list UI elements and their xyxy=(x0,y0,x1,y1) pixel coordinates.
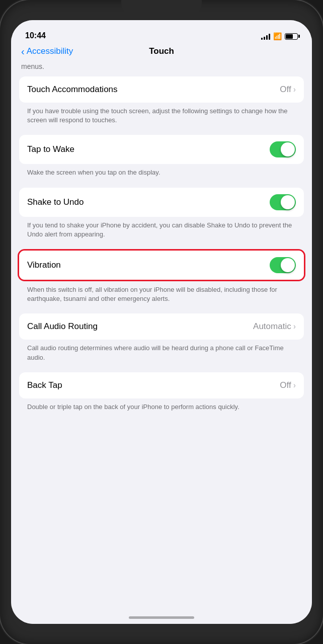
signal-icon xyxy=(261,33,270,40)
back-tap-right: Off › xyxy=(280,380,296,390)
tap-to-wake-row: Tap to Wake xyxy=(19,135,304,164)
tap-to-wake-label: Tap to Wake xyxy=(27,144,74,154)
vibration-card: Vibration xyxy=(19,251,304,280)
back-tap-group: Back Tap Off › Double or triple tap on t… xyxy=(11,372,312,414)
call-audio-routing-right: Automatic › xyxy=(253,321,296,332)
touch-accommodations-chevron-icon: › xyxy=(293,85,296,94)
back-tap-description: Double or triple tap on the back of your… xyxy=(11,398,312,414)
vibration-toggle[interactable] xyxy=(270,257,296,273)
touch-accommodations-value: Off xyxy=(280,85,291,95)
shake-to-undo-row: Shake to Undo xyxy=(19,188,304,217)
battery-icon xyxy=(285,33,298,40)
notch xyxy=(121,0,202,14)
shake-to-undo-group: Shake to Undo If you tend to shake your … xyxy=(11,188,312,241)
phone-screen: 10:44 📶 ‹ Accessibility Touch xyxy=(11,20,312,624)
vibration-row: Vibration xyxy=(19,251,304,280)
back-tap-label: Back Tap xyxy=(27,380,62,390)
tap-to-wake-group: Tap to Wake Wake the screen when you tap… xyxy=(11,135,312,179)
shake-to-undo-label: Shake to Undo xyxy=(27,197,84,207)
vibration-description: When this switch is off, all vibration o… xyxy=(11,281,312,305)
home-indicator xyxy=(129,616,194,619)
nav-header: ‹ Accessibility Touch xyxy=(11,42,312,62)
shake-to-undo-toggle[interactable] xyxy=(270,194,296,210)
back-tap-card: Back Tap Off › xyxy=(19,372,304,398)
tap-to-wake-description: Wake the screen when you tap on the disp… xyxy=(11,164,312,179)
touch-accommodations-label: Touch Accommodations xyxy=(27,85,118,95)
back-tap-chevron-icon: › xyxy=(293,381,296,390)
vibration-toggle-thumb xyxy=(281,258,295,272)
status-bar: 10:44 📶 xyxy=(11,20,312,42)
back-tap-value: Off xyxy=(280,380,291,390)
status-time: 10:44 xyxy=(25,31,46,40)
phone-frame: 10:44 📶 ‹ Accessibility Touch xyxy=(0,0,323,644)
back-chevron-icon: ‹ xyxy=(21,46,25,57)
scroll-content[interactable]: menus. Touch Accommodations Off › If you… xyxy=(11,62,312,624)
call-audio-routing-label: Call Audio Routing xyxy=(27,321,98,332)
touch-accommodations-right: Off › xyxy=(280,85,296,95)
touch-accommodations-card: Touch Accommodations Off › xyxy=(19,76,304,103)
touch-accommodations-description: If you have trouble using the touch scre… xyxy=(11,103,312,127)
back-label: Accessibility xyxy=(27,46,73,56)
vibration-group: Vibration When this switch is off, all v… xyxy=(11,249,312,305)
wifi-icon: 📶 xyxy=(273,32,282,40)
call-audio-routing-chevron-icon: › xyxy=(293,322,296,331)
status-icons: 📶 xyxy=(261,32,298,40)
top-description: menus. xyxy=(11,62,312,76)
tap-to-wake-toggle-thumb xyxy=(281,142,295,156)
touch-accommodations-row[interactable]: Touch Accommodations Off › xyxy=(19,76,304,103)
vibration-highlight: Vibration xyxy=(18,249,305,281)
call-audio-routing-row[interactable]: Call Audio Routing Automatic › xyxy=(19,313,304,340)
shake-to-undo-card: Shake to Undo xyxy=(19,188,304,217)
tap-to-wake-toggle[interactable] xyxy=(270,141,296,157)
back-tap-row[interactable]: Back Tap Off › xyxy=(19,372,304,398)
call-audio-routing-value: Automatic xyxy=(253,321,291,332)
vibration-label: Vibration xyxy=(27,260,61,270)
back-button[interactable]: ‹ Accessibility xyxy=(21,46,73,57)
call-audio-routing-description: Call audio routing determines where audi… xyxy=(11,340,312,364)
page-title: Touch xyxy=(149,46,174,56)
call-audio-routing-group: Call Audio Routing Automatic › Call audi… xyxy=(11,313,312,364)
call-audio-routing-card: Call Audio Routing Automatic › xyxy=(19,313,304,340)
touch-accommodations-group: Touch Accommodations Off › If you have t… xyxy=(11,76,312,127)
shake-to-undo-toggle-thumb xyxy=(281,195,295,209)
shake-to-undo-description: If you tend to shake your iPhone by acci… xyxy=(11,217,312,241)
tap-to-wake-card: Tap to Wake xyxy=(19,135,304,164)
